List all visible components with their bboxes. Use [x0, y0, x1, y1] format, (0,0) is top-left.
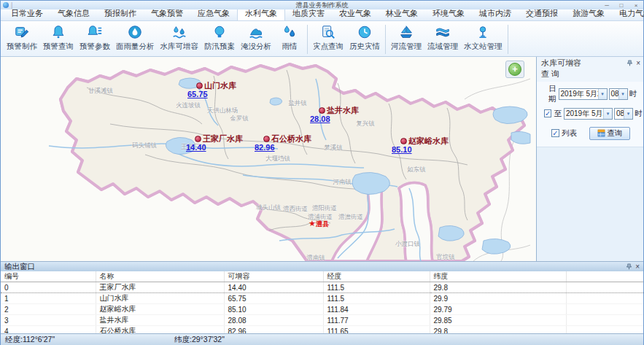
flood-plan-icon — [212, 23, 228, 41]
toolbar-button-label: 预警查询 — [43, 42, 74, 52]
table-cell: 王家厂水库 — [96, 282, 224, 293]
date-from-select[interactable]: 2019年 5月24日▾ — [559, 88, 608, 100]
zoom-in-button[interactable]: + — [508, 63, 521, 76]
hour-to-select[interactable]: 08▾ — [614, 108, 633, 120]
app-window: | 澧县业务制作系统 ─ □ × 日常业务气象信息预报制作气象预警应急气象水利气… — [0, 0, 644, 345]
query-icon — [597, 129, 605, 137]
table-cell: 65.75 — [224, 293, 323, 304]
chevron-down-icon: ▾ — [603, 109, 612, 119]
toolbar-button-预警制作[interactable]: 预警制作 — [4, 23, 40, 56]
toolbar-button-防汛预案[interactable]: 防汛预案 — [201, 23, 238, 56]
alert-edit-icon — [14, 23, 30, 41]
toolbar-button-淹没分析[interactable]: 淹没分析 — [238, 23, 274, 56]
table-row[interactable]: 4石公桥水库82.96111.6529.8 — [1, 326, 643, 334]
panel-subtitle: 查 询 — [537, 69, 643, 82]
town-label-金罗镇: 金罗镇 — [230, 115, 249, 123]
output-panel-titlebar: 输出窗口 × — [1, 262, 643, 271]
column-header-经度[interactable]: 经度 — [323, 271, 430, 282]
table-cell — [566, 293, 643, 304]
reservoir-value: 65.75 — [187, 90, 208, 98]
reservoir-marker-icon — [263, 136, 270, 142]
query-form: 日期 2019年 5月24日▾ 08▾ 时 ✓ 至 2019年 5月25日▾ 0… — [537, 82, 643, 147]
toolbar-button-label: 流域管理 — [427, 42, 458, 52]
hour-suffix-label: 时 — [635, 109, 643, 119]
chevron-down-icon: ▾ — [624, 109, 632, 119]
to-date-checkbox[interactable]: ✓ — [544, 109, 551, 117]
disaster-search-icon — [320, 23, 336, 41]
table-cell: 14.40 — [224, 282, 323, 293]
town-label-澧浦街道: 澧浦街道 — [308, 213, 333, 222]
output-panel-title: 输出窗口 — [4, 262, 35, 272]
hour-from-select[interactable]: 08▾ — [609, 88, 628, 100]
reservoir-name: 赵家峪水库 — [408, 136, 449, 147]
app-logo-icon — [3, 2, 9, 8]
close-button[interactable]: × — [631, 2, 641, 9]
minimize-button[interactable]: ─ — [602, 2, 612, 9]
column-header-编号[interactable]: 编号 — [1, 271, 96, 282]
toolbar-button-水文站管理[interactable]: 水文站管理 — [461, 23, 505, 56]
to-label: 至 — [554, 109, 562, 119]
toolbar-button-面雨量分析[interactable]: 面雨量分析 — [113, 23, 158, 56]
titlebar-divider: | — [11, 1, 12, 9]
menu-bar: 日常业务气象信息预报制作气象预警应急气象水利气象地质灾害农业气象林业气象环境气象… — [1, 9, 643, 21]
table-row[interactable]: 3盐井水库28.08111.7729.85 — [1, 315, 643, 326]
maximize-button[interactable]: □ — [616, 2, 626, 9]
reservoir-name: 王家厂水库 — [203, 133, 243, 144]
toolbar-button-预警查询[interactable]: 预警查询 — [40, 23, 77, 56]
table-cell: 石公桥水库 — [96, 326, 224, 334]
reservoir-marker-icon — [319, 107, 325, 114]
toolbar-button-预警参数[interactable]: 预警参数 — [77, 23, 113, 56]
rain-icon — [282, 23, 298, 41]
reservoir-value: 82.96 — [255, 143, 275, 152]
toolbar-button-流域管理[interactable]: 流域管理 — [424, 23, 461, 56]
output-panel: 输出窗口 × 编号名称可增容经度纬度0王家厂水库14.40111.529.81山… — [1, 261, 643, 333]
column-header-名称[interactable]: 名称 — [96, 271, 224, 282]
reservoir-value: 85.10 — [392, 145, 412, 154]
toolbar-button-雨情[interactable]: 雨情 — [274, 23, 305, 56]
status-longitude: 经度:112°6'27" — [1, 335, 170, 345]
toolbar-button-历史灾情[interactable]: 历史灾情 — [346, 23, 383, 56]
column-header-可增容[interactable]: 可增容 — [224, 271, 323, 282]
table-cell: 29.8 — [430, 326, 566, 334]
list-checkbox[interactable]: ✓ — [551, 129, 559, 137]
table-cell: 111.77 — [323, 315, 430, 326]
titlebar: | 澧县业务制作系统 ─ □ × — [1, 1, 643, 9]
panel-titlebar: 水库可增容 × — [537, 57, 643, 69]
date-to-select[interactable]: 2019年 5月25日▾ — [564, 108, 613, 120]
pin-icon[interactable] — [626, 60, 633, 66]
output-table[interactable]: 编号名称可增容经度纬度0王家厂水库14.40111.529.81山门水库65.7… — [1, 271, 643, 333]
toolbar-button-河流管理[interactable]: 河流管理 — [388, 23, 424, 56]
column-header-纬度[interactable]: 纬度 — [430, 271, 566, 282]
pin-icon[interactable] — [626, 263, 632, 270]
toolbar-button-label: 水库可增容 — [160, 42, 199, 52]
list-label: 列表 — [562, 128, 577, 139]
hour-suffix-label: 时 — [629, 89, 637, 99]
toolbar-button-水库可增容[interactable]: 水库可增容 — [158, 23, 202, 56]
column-header-filler[interactable] — [566, 271, 643, 282]
window-title: 澧县业务制作系统 — [1, 1, 643, 10]
table-row[interactable]: 2赵家峪水库85.10111.8429.79 — [1, 304, 643, 315]
toolbar-separator — [307, 25, 308, 54]
town-label-河南镇: 河南镇 — [333, 178, 352, 187]
table-cell — [566, 315, 643, 326]
toolbar-button-label: 淹没分析 — [241, 42, 271, 52]
table-cell: 4 — [1, 326, 96, 334]
table-row[interactable]: 1山门水库65.75111.529.9 — [1, 293, 643, 304]
town-label-澧南镇: 澧南镇 — [306, 254, 325, 261]
toolbar-button-灾点查询[interactable]: 灾点查询 — [310, 23, 346, 56]
close-icon[interactable]: × — [635, 263, 640, 271]
query-button[interactable]: 查询 — [589, 127, 630, 140]
town-label-梦溪镇: 梦溪镇 — [324, 144, 343, 152]
toolbar-button-label: 面雨量分析 — [116, 42, 155, 52]
table-cell: 赵家峪水库 — [96, 304, 224, 315]
town-label-复兴镇: 复兴镇 — [356, 120, 375, 128]
table-row[interactable]: 0王家厂水库14.40111.529.8 — [1, 282, 643, 293]
basin-icon — [435, 23, 451, 41]
content-area: ★澧县 甘溪滩镇火连坡镇天供山林场盐井镇金罗镇复兴镇码头铺镇王家厂镇梦溪镇大堰垱… — [1, 57, 643, 261]
toolbar-button-label: 预警参数 — [79, 42, 110, 52]
table-cell: 1 — [1, 293, 96, 304]
map-area[interactable]: ★澧县 甘溪滩镇火连坡镇天供山林场盐井镇金罗镇复兴镇码头铺镇王家厂镇梦溪镇大堰垱… — [1, 57, 536, 261]
table-cell: 29.8 — [430, 282, 566, 293]
close-icon[interactable]: × — [636, 59, 640, 67]
chevron-down-icon: ▾ — [618, 89, 627, 99]
